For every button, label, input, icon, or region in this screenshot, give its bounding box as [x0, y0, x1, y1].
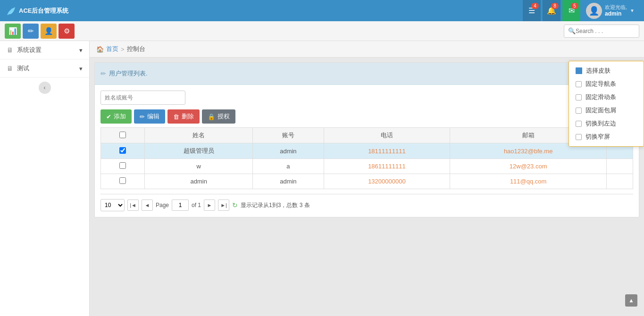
phone-link[interactable]: 18111111111	[368, 148, 406, 155]
row-phone: 18611111111	[324, 159, 450, 174]
email-link[interactable]: 111@qq.com	[510, 178, 547, 185]
page-number-input[interactable]	[172, 200, 189, 211]
action-buttons: ✔ 添加 ✏ 编辑 🗑 删除 🔒 授权	[100, 109, 633, 124]
app-logo: ACE后台管理系统	[6, 6, 68, 16]
user-search-box[interactable]	[100, 91, 185, 105]
table-row: w a 18611111111 12w@23.com	[101, 159, 633, 174]
toolbar-btn-4[interactable]: ⚙	[59, 24, 75, 39]
chevron-down-icon: ▾	[79, 47, 83, 54]
notifications-button[interactable]: 🔔 8	[543, 0, 560, 21]
top-nav-right: ☰ 4 🔔 8 ✉ 5 👤 欢迎光临, admin ▼	[523, 0, 638, 21]
row-checkbox[interactable]	[119, 177, 126, 184]
toolbar-btn-3[interactable]: 👤	[41, 24, 57, 39]
edit-button[interactable]: ✏ 编辑	[134, 109, 165, 124]
sidebar: 🖥 系统设置 ▾ 🖥 测试 ▾ ‹	[0, 41, 90, 316]
refresh-button[interactable]: ↻	[232, 201, 238, 209]
switch-left-checkbox[interactable]	[576, 121, 582, 127]
top-search-box[interactable]: 🔍	[564, 25, 639, 38]
filter-row	[100, 91, 633, 105]
email-link[interactable]: 12w@23.com	[510, 163, 547, 170]
row-checkbox[interactable]	[119, 162, 126, 169]
card-header-title: ✏ 用户管理列表.	[100, 69, 148, 78]
row-checkbox-cell[interactable]	[101, 159, 145, 174]
dropdown-fixed-scroll-label: 固定滑动条	[585, 93, 616, 101]
narrow-screen-checkbox[interactable]	[576, 134, 582, 140]
sidebar-item-system-settings[interactable]: 🖥 系统设置 ▾	[0, 41, 89, 59]
main-card: ✏ 用户管理列表. ⚙ 选择皮肤 固定导航条	[94, 62, 639, 217]
authorize-label: 授权	[217, 112, 230, 121]
breadcrumb-separator: >	[121, 46, 125, 53]
top-nav-left: ACE后台管理系统	[6, 6, 68, 16]
delete-label: 删除	[182, 112, 194, 121]
welcome-text: 欢迎光临,	[605, 4, 627, 10]
dropdown-item-switch-left[interactable]: 切换到左边	[569, 117, 644, 130]
table-row: admin admin 13200000000 111@qq.com	[101, 174, 633, 189]
next-page-button[interactable]: ►	[204, 200, 215, 211]
sidebar-item-label-test: 测试	[17, 64, 29, 73]
dropdown-item-fixed-breadcrumb[interactable]: 固定面包屑	[569, 104, 644, 117]
delete-button[interactable]: 🗑 删除	[167, 109, 200, 124]
avatar: 👤	[586, 3, 602, 19]
user-area[interactable]: 👤 欢迎光临, admin ▼	[582, 0, 638, 21]
user-dropdown-arrow: ▼	[630, 8, 635, 13]
messages-button[interactable]: ☰ 4	[523, 0, 541, 21]
select-all-checkbox[interactable]	[119, 132, 126, 138]
dropdown-skin-label: 选择皮肤	[586, 67, 611, 75]
sidebar-item-label-system: 系统设置	[17, 46, 42, 54]
fixed-nav-checkbox[interactable]	[576, 81, 582, 87]
app-title: ACE后台管理系统	[19, 7, 68, 15]
pin-icon: ✏	[100, 70, 106, 77]
toolbar-btn-1[interactable]: 📊	[5, 24, 21, 39]
top-search-input[interactable]	[576, 28, 637, 34]
card-body: ✔ 添加 ✏ 编辑 🗑 删除 🔒 授权	[95, 85, 639, 217]
row-checkbox-cell[interactable]	[101, 174, 145, 189]
authorize-button[interactable]: 🔒 授权	[202, 109, 235, 124]
fixed-scroll-checkbox[interactable]	[576, 94, 582, 100]
email-link[interactable]: hao1232@bfe.me	[504, 148, 553, 155]
data-table: 姓名 账号 电话 邮箱 超级管理员 admin 18111111111	[100, 127, 633, 189]
add-label: 添加	[114, 112, 126, 121]
mail-badge: 5	[571, 3, 578, 9]
sidebar-item-test[interactable]: 🖥 测试 ▾	[0, 59, 89, 78]
last-page-button[interactable]: ►|	[218, 200, 229, 211]
dropdown-item-narrow-screen[interactable]: 切换窄屏	[569, 130, 644, 143]
fixed-breadcrumb-checkbox[interactable]	[576, 108, 582, 114]
row-actions	[607, 159, 633, 174]
mail-button[interactable]: ✉ 5	[562, 0, 580, 21]
page-content: ✏ 用户管理列表. ⚙ 选择皮肤 固定导航条	[90, 58, 644, 222]
settings-dropdown: 选择皮肤 固定导航条 固定滑动条 固定面包屑	[569, 61, 644, 147]
chevron-down-icon-2: ▾	[79, 65, 83, 72]
row-email: 12w@23.com	[450, 159, 607, 174]
monitor-icon-2: 🖥	[7, 65, 13, 72]
edit-label: 编辑	[147, 112, 159, 121]
search-icon: 🔍	[568, 27, 576, 34]
breadcrumb-home-link[interactable]: 首页	[106, 45, 118, 53]
first-page-button[interactable]: |◄	[127, 200, 139, 211]
dropdown-item-skin[interactable]: 选择皮肤	[569, 64, 644, 77]
phone-link[interactable]: 13200000000	[368, 178, 406, 185]
row-checkbox[interactable]	[119, 147, 126, 154]
col-checkbox	[101, 128, 145, 143]
row-name: w	[145, 159, 253, 174]
col-name: 姓名	[145, 128, 253, 143]
messages-badge: 4	[531, 3, 539, 9]
page-size-select[interactable]: 10 25 50 100	[100, 199, 125, 211]
dropdown-item-fixed-nav[interactable]: 固定导航条	[569, 77, 644, 91]
skin-swatch	[576, 67, 582, 74]
row-checkbox-cell[interactable]	[101, 143, 145, 159]
page-info: 显示记录从1到3，总数 3 条	[241, 201, 310, 209]
row-account: admin	[253, 143, 324, 159]
row-email: 111@qq.com	[450, 174, 607, 189]
card-header: ✏ 用户管理列表. ⚙ 选择皮肤 固定导航条	[95, 63, 639, 85]
toolbar-btn-2[interactable]: ✏	[23, 24, 39, 39]
user-search-input[interactable]	[105, 94, 176, 101]
row-actions	[607, 174, 633, 189]
lock-icon: 🔒	[208, 113, 215, 120]
scroll-to-top-button[interactable]: ▲	[625, 294, 637, 307]
add-button[interactable]: ✔ 添加	[100, 109, 132, 124]
col-account: 账号	[253, 128, 324, 143]
dropdown-item-fixed-scroll[interactable]: 固定滑动条	[569, 91, 644, 104]
prev-page-button[interactable]: ◄	[142, 200, 153, 211]
phone-link[interactable]: 18611111111	[368, 163, 406, 170]
sidebar-collapse-button[interactable]: ‹	[39, 82, 51, 94]
